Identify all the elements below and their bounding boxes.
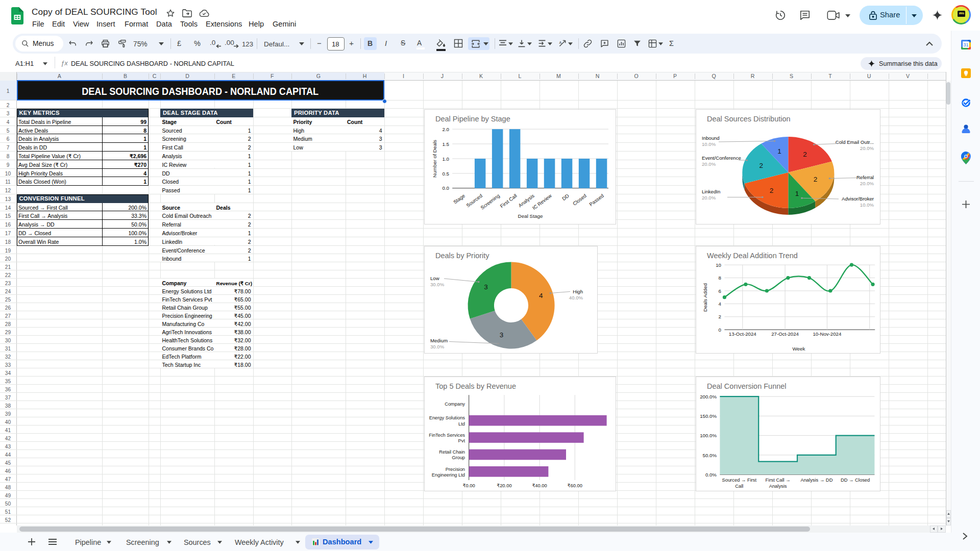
svg-text:6: 6 [719,288,721,294]
svg-text:200.0%: 200.0% [700,394,717,399]
svg-text:Passed: Passed [588,193,604,207]
svg-text:0.0: 0.0 [443,185,450,191]
svg-text:A: A [559,40,562,45]
svg-text:0.5: 0.5 [443,171,449,177]
svg-text:Stage: Stage [452,193,466,205]
svg-text:27-Oct-2024: 27-Oct-2024 [771,331,799,337]
svg-text:₹60.00: ₹60.00 [568,483,582,488]
svg-text:100.0%: 100.0% [700,433,717,438]
svg-text:Precision: Precision [446,467,465,472]
svg-text:₹40.00: ₹40.00 [532,483,547,488]
svg-text:Number of Deals: Number of Deals [432,140,437,178]
svg-text:3: 3 [500,331,504,339]
svg-text:3: 3 [484,283,488,291]
svg-text:Retail Chain: Retail Chain [439,449,465,455]
svg-text:Energy Solutions: Energy Solutions [429,415,465,420]
svg-text:150.0%: 150.0% [700,413,717,419]
svg-text:50.0%: 50.0% [703,453,717,458]
svg-text:DD → Closed: DD → Closed [841,477,870,483]
svg-text:1.0: 1.0 [443,156,450,162]
svg-text:First Call →: First Call → [766,477,791,483]
svg-text:First Call: First Call [499,193,518,209]
svg-text:FinTech Services: FinTech Services [429,433,465,438]
svg-text:Engineering Ltd: Engineering Ltd [432,472,465,478]
svg-text:Sourced → First: Sourced → First [722,477,756,483]
svg-text:Week: Week [792,346,805,352]
svg-text:2: 2 [719,314,721,319]
svg-text:Deals Added: Deals Added [702,283,708,312]
svg-text:8: 8 [719,275,721,281]
svg-text:Closed: Closed [572,193,587,207]
svg-text:Group: Group [452,455,465,460]
svg-text:Deal Stage: Deal Stage [518,213,543,219]
svg-text:0.0%: 0.0% [705,472,717,478]
svg-text:IC Review: IC Review [531,192,553,211]
svg-text:Analysis: Analysis [769,483,787,489]
svg-text:Company: Company [445,402,465,407]
svg-text:31: 31 [963,42,968,47]
svg-text:1.5: 1.5 [443,141,449,147]
svg-text:₹0.00: ₹0.00 [463,483,475,488]
svg-text:2.0: 2.0 [443,127,450,132]
svg-text:₹20.00: ₹20.00 [497,483,511,488]
svg-text:DD: DD [561,193,570,202]
svg-text:Call: Call [735,483,743,489]
svg-text:Ltd: Ltd [458,421,465,427]
svg-text:4: 4 [719,301,722,307]
svg-text:Screening: Screening [479,193,500,211]
svg-text:0: 0 [719,327,722,333]
svg-text:13-Oct-2024: 13-Oct-2024 [729,331,756,337]
svg-text:10: 10 [716,262,721,268]
svg-text:Analysis → DD: Analysis → DD [800,477,832,483]
svg-text:Pvt: Pvt [458,438,465,443]
svg-text:10-Nov-2024: 10-Nov-2024 [813,331,842,337]
